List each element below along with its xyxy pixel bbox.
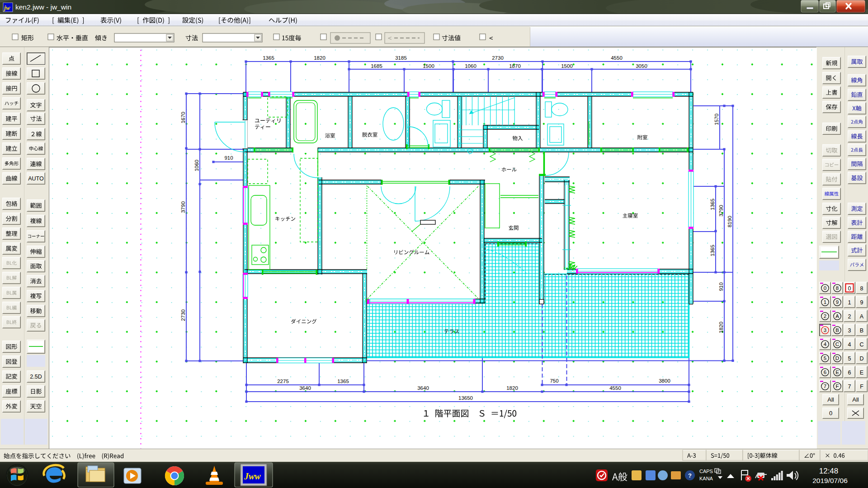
svg-text:4550: 4550: [609, 385, 621, 391]
svg-text:3: 3: [848, 327, 851, 334]
svg-text:F: F: [860, 384, 863, 390]
svg-text:1365: 1365: [710, 199, 715, 210]
svg-text:B: B: [860, 327, 863, 334]
svg-text:3640: 3640: [299, 385, 311, 391]
svg-text:3800: 3800: [659, 378, 670, 384]
svg-text:2730: 2730: [492, 55, 504, 61]
svg-text:1: 1: [824, 299, 826, 305]
svg-text:2: 2: [824, 313, 826, 319]
svg-text:12:48: 12:48: [819, 467, 839, 475]
svg-text:0: 0: [848, 285, 851, 292]
svg-text:13650: 13650: [458, 395, 473, 401]
svg-text:7: 7: [848, 384, 851, 390]
svg-text:1670: 1670: [180, 112, 186, 123]
svg-text:5: 5: [824, 355, 826, 361]
svg-text:1570: 1570: [714, 114, 719, 125]
svg-text:D: D: [835, 355, 839, 361]
svg-text:1060: 1060: [194, 160, 199, 171]
svg-text:7: 7: [824, 384, 826, 389]
svg-text:9: 9: [860, 299, 863, 306]
svg-text:1820: 1820: [506, 385, 518, 391]
svg-text:3185: 3185: [395, 55, 407, 61]
svg-text:A: A: [860, 313, 864, 320]
svg-text:All: All: [827, 396, 834, 403]
svg-text:1: 1: [848, 299, 851, 306]
svg-text:2: 2: [848, 313, 851, 320]
svg-text:4: 4: [824, 341, 827, 347]
svg-text:1500: 1500: [423, 63, 434, 69]
svg-text:F: F: [835, 384, 839, 389]
svg-text:1060: 1060: [465, 63, 476, 69]
svg-text:1820: 1820: [314, 55, 326, 61]
svg-text:jw: jw: [3, 5, 10, 11]
svg-text:910: 910: [718, 282, 724, 291]
svg-text:6: 6: [824, 370, 826, 375]
svg-text:Jww: Jww: [244, 471, 261, 481]
svg-text:1365: 1365: [337, 379, 349, 384]
svg-text:1365: 1365: [710, 245, 715, 256]
svg-text:E: E: [860, 370, 863, 376]
svg-text:2.5D: 2.5D: [30, 374, 42, 380]
svg-text:2275: 2275: [277, 379, 289, 384]
svg-text:4: 4: [848, 341, 851, 348]
svg-text:8: 8: [836, 285, 839, 291]
svg-text:C: C: [859, 341, 863, 348]
svg-text:B: B: [835, 327, 839, 333]
svg-text:C: C: [835, 341, 839, 347]
svg-text:All: All: [852, 396, 859, 403]
svg-text:9: 9: [836, 299, 839, 305]
svg-text:1820: 1820: [718, 322, 724, 333]
svg-text:910: 910: [224, 155, 233, 161]
svg-text:A: A: [835, 313, 839, 319]
svg-text:3640: 3640: [417, 385, 429, 391]
svg-text:1685: 1685: [371, 63, 382, 69]
svg-text:D: D: [859, 355, 863, 362]
svg-text:3: 3: [824, 327, 826, 333]
svg-text:0: 0: [829, 410, 832, 417]
svg-text:AUTO: AUTO: [28, 175, 44, 182]
svg-text:ken2.jww - jw_win: ken2.jww - jw_win: [15, 3, 71, 11]
svg-text:8: 8: [860, 285, 863, 292]
svg-text:2019/07/06: 2019/07/06: [812, 477, 848, 484]
svg-text:4550: 4550: [611, 55, 623, 61]
svg-text:3050: 3050: [636, 63, 647, 69]
svg-text:E: E: [835, 370, 839, 375]
svg-text:?: ?: [688, 472, 692, 479]
svg-text:CAPS: CAPS: [699, 469, 713, 474]
svg-text:8190: 8190: [727, 216, 732, 227]
svg-text:1500: 1500: [561, 63, 573, 69]
svg-text:0: 0: [824, 285, 826, 291]
svg-text:2730: 2730: [180, 309, 186, 321]
svg-text:3790: 3790: [180, 201, 186, 213]
svg-text:3790: 3790: [718, 205, 724, 217]
svg-text:5: 5: [848, 355, 851, 362]
svg-text:1870: 1870: [509, 63, 521, 69]
svg-text:6: 6: [848, 370, 851, 376]
svg-text:KANA: KANA: [699, 476, 713, 481]
svg-text:750: 750: [550, 378, 558, 384]
svg-text:1365: 1365: [263, 55, 274, 61]
